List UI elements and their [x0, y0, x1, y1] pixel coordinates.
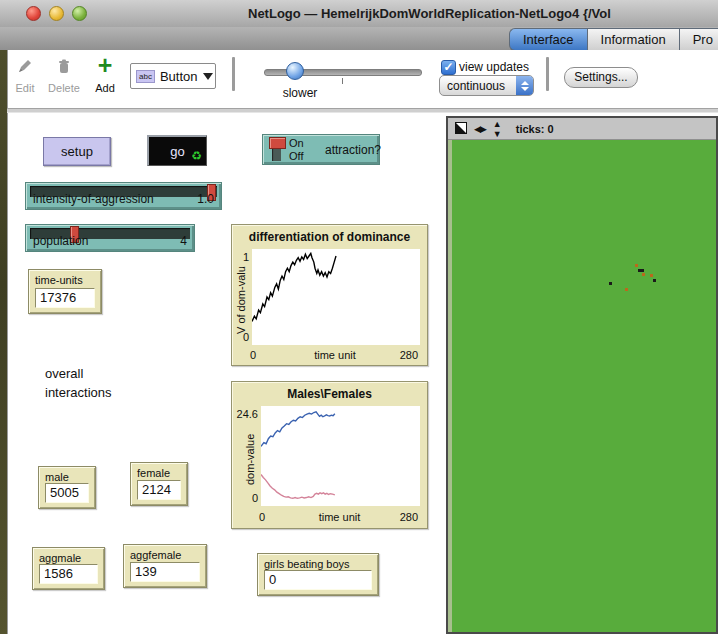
desktop-background: [0, 50, 7, 634]
netlogo-window: NetLogo — HemelrijkDomWorldReplication-N…: [0, 0, 718, 634]
overall-interactions-note: overall interactions: [45, 364, 111, 402]
female-monitor: female 2124: [130, 462, 188, 506]
tab-information[interactable]: Information: [587, 28, 679, 51]
intensity-of-aggression-slider[interactable]: intensity-of-aggression 1.0: [25, 182, 222, 210]
world-view: ◀▶ ▲▼ ticks: 0: [446, 116, 718, 634]
monitor-value: 5005: [45, 483, 89, 503]
update-mode-value: continuous: [440, 79, 516, 93]
girls-beating-boys-monitor: girls beating boys 0: [257, 553, 379, 596]
forever-icon: ♻: [191, 150, 202, 162]
aggfemale-monitor: aggfemale 139: [123, 544, 207, 588]
agent-dot: [641, 269, 644, 272]
tab-procedures[interactable]: Pro: [679, 28, 718, 51]
plot-title: differentiation of dominance: [232, 230, 427, 244]
widget-type-chooser[interactable]: abc Button: [130, 63, 216, 89]
speed-slider-label: slower: [270, 86, 330, 100]
view-width-arrows-icon[interactable]: ◀▶: [474, 124, 486, 134]
edit-icon[interactable]: [16, 57, 34, 75]
monitor-value: 2124: [137, 480, 181, 500]
switch-label: attraction?: [325, 143, 381, 157]
switch-on-off-labels: On Off: [289, 137, 304, 163]
slider-label: intensity-of-aggression: [33, 192, 154, 206]
add-icon[interactable]: +: [93, 52, 117, 78]
y-axis-label: dom-value: [244, 414, 256, 504]
x-axis-label: time unit: [252, 349, 418, 361]
x-tick-max: 280: [400, 511, 418, 523]
chevron-down-icon: [203, 73, 213, 80]
monitor-value: 0: [264, 570, 372, 590]
toolbar-divider: [7, 108, 718, 113]
go-button[interactable]: go ♻: [147, 135, 207, 166]
go-button-label: go: [170, 144, 184, 159]
title-bar: NetLogo — HemelrijkDomWorldReplication-N…: [0, 0, 718, 28]
agent-dot: [609, 282, 612, 285]
time-units-monitor: time-units 17376: [28, 269, 102, 314]
agent-dot: [625, 288, 628, 291]
setup-button[interactable]: setup: [43, 137, 111, 166]
plot-differentiation-of-dominance: differentiation of dominance 1 0 V of do…: [231, 224, 428, 366]
slider-value: 1.0: [197, 192, 214, 206]
close-button[interactable]: [26, 6, 41, 21]
delete-button-label[interactable]: Delete: [45, 82, 83, 94]
view-control-strip: ◀▶ ▲▼ ticks: 0: [448, 118, 716, 140]
slider-value: 4: [180, 234, 187, 248]
delete-icon[interactable]: [55, 57, 73, 75]
switch-on-label: On: [289, 137, 304, 150]
plot-males-females: Males\Females 24.6 0 dom-value 0 time un…: [231, 381, 428, 529]
edit-button-label[interactable]: Edit: [10, 82, 40, 94]
population-slider[interactable]: population 4: [25, 224, 195, 252]
x-tick-max: 280: [400, 349, 418, 361]
toolbar-separator: [232, 57, 235, 91]
speed-slider-tick: [342, 78, 343, 84]
monitor-label: aggfemale: [124, 545, 206, 563]
switch-lever[interactable]: [269, 137, 286, 149]
view-height-arrows-icon[interactable]: ▲▼: [493, 119, 501, 139]
attraction-switch[interactable]: On Off attraction?: [262, 134, 380, 165]
settings-button[interactable]: Settings...: [564, 67, 638, 88]
agent-dot: [653, 279, 656, 282]
agent-dot: [635, 264, 638, 267]
world-canvas[interactable]: [448, 140, 716, 632]
agent-dot: [642, 273, 645, 276]
window-title: NetLogo — HemelrijkDomWorldReplication-N…: [248, 6, 718, 21]
monitor-value: 17376: [35, 288, 95, 308]
agent-dot: [650, 274, 653, 277]
view-resize-icon[interactable]: [455, 120, 467, 138]
widget-type-value: Button: [160, 69, 198, 84]
toolbar-separator-2: [546, 57, 549, 91]
aggmale-monitor: aggmale 1586: [32, 547, 105, 590]
monitor-value: 139: [130, 562, 200, 582]
plot-title: Males\Females: [232, 387, 427, 401]
x-axis-label: time unit: [261, 511, 418, 523]
popup-arrows-icon: [516, 76, 533, 95]
minimize-button[interactable]: [49, 6, 64, 21]
monitor-label: female: [131, 463, 187, 481]
switch-off-label: Off: [289, 150, 304, 163]
y-axis-label: V of dom-valu: [235, 255, 247, 345]
view-updates-label: view updates: [459, 60, 529, 74]
tab-interface[interactable]: Interface: [509, 28, 587, 51]
view-updates-checkbox[interactable]: ✓: [441, 60, 456, 75]
plot-canvas: [252, 249, 420, 345]
tab-strip: Interface Information Pro: [0, 27, 718, 51]
slider-label: population: [33, 234, 88, 248]
update-mode-dropdown[interactable]: continuous: [439, 75, 534, 96]
plot-canvas: [261, 406, 420, 506]
speed-slider-knob[interactable]: [286, 62, 304, 80]
zoom-button[interactable]: [72, 6, 87, 21]
monitor-label: time-units: [29, 270, 101, 288]
button-widget-icon: abc: [136, 70, 155, 83]
ticks-counter: ticks: 0: [516, 123, 554, 135]
male-monitor: male 5005: [38, 466, 96, 509]
monitor-value: 1586: [39, 564, 98, 584]
add-button-label[interactable]: Add: [90, 82, 120, 94]
